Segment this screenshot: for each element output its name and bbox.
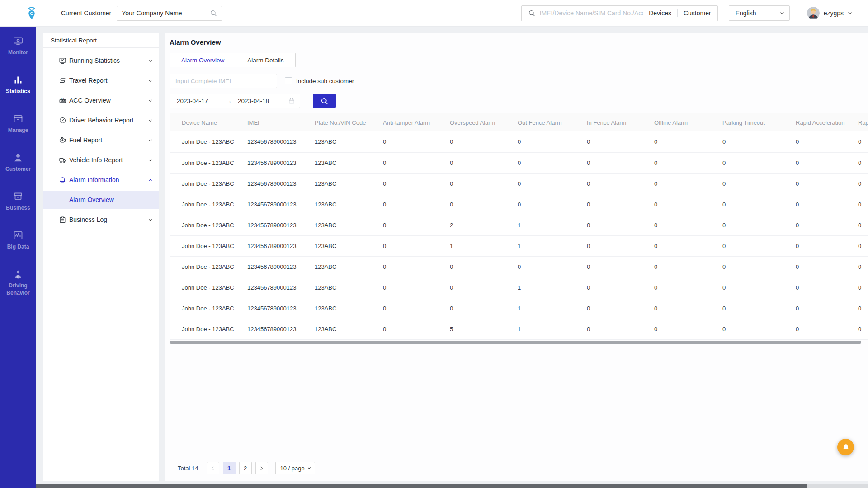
menu-item-label: Vehicle Info Report xyxy=(69,156,148,164)
table-cell: 0 xyxy=(587,277,654,298)
sidebar-item-business[interactable]: Business xyxy=(0,191,36,221)
menu-item-alarm-information[interactable]: Alarm Information xyxy=(43,170,159,190)
table-cell: 123ABC xyxy=(315,152,383,173)
menu-item-fuel-report[interactable]: Fuel Report xyxy=(43,130,159,150)
include-sub-customer-checkbox[interactable] xyxy=(285,77,292,84)
tab-alarm-overview[interactable]: Alarm Overview xyxy=(170,53,236,67)
manage-icon xyxy=(13,113,24,124)
menu-item-acc-overview[interactable]: ACCACC Overview xyxy=(43,90,159,110)
monitor-icon xyxy=(13,36,24,47)
table-cell: 0 xyxy=(518,173,587,194)
date-to-value[interactable]: 2023-04-18 xyxy=(238,98,281,104)
page-size-select[interactable]: 10 / page xyxy=(275,462,315,474)
table-cell: 0 xyxy=(450,277,518,298)
table-cell: 0 xyxy=(383,319,450,339)
page-button-1[interactable]: 1 xyxy=(223,462,236,474)
statistics-icon xyxy=(13,75,24,85)
table-cell: 0 xyxy=(518,131,587,152)
fuel-report-icon xyxy=(59,136,66,144)
sidebar-item-label: Customer xyxy=(4,165,33,173)
chevron-down-icon[interactable] xyxy=(148,158,153,163)
chevron-down-icon[interactable] xyxy=(148,118,153,123)
big-data-icon xyxy=(13,230,24,241)
search-button[interactable] xyxy=(313,94,336,108)
customer-link[interactable]: Customer xyxy=(678,9,711,17)
table-cell: 2 xyxy=(450,215,518,235)
table-cell: 0 xyxy=(722,277,796,298)
global-search-box: Devices Customer xyxy=(521,5,718,21)
sidebar-item-label: Statistics xyxy=(4,88,32,95)
chevron-up-icon[interactable] xyxy=(148,178,153,183)
sidebar-item-statistics[interactable]: Statistics xyxy=(0,75,36,104)
chevron-down-icon[interactable] xyxy=(847,10,853,16)
table-body: John Doe - 123ABC123456789000123123ABC00… xyxy=(170,131,868,339)
menu-item-running-statistics[interactable]: Running Statistics xyxy=(43,51,159,70)
date-range-picker[interactable]: 2023-04-17 → 2023-04-18 xyxy=(170,94,300,108)
chevron-down-icon[interactable] xyxy=(148,217,153,222)
search-icon[interactable] xyxy=(210,9,217,17)
table-cell: 1 xyxy=(518,235,587,256)
menu-item-business-log[interactable]: Business Log xyxy=(43,210,159,230)
page-horizontal-scrollbar-track[interactable] xyxy=(36,484,868,488)
table-cell: 0 xyxy=(722,319,796,339)
notification-fab-button[interactable] xyxy=(837,439,854,455)
chevron-down-icon[interactable] xyxy=(148,98,153,103)
chevron-right-icon xyxy=(259,466,264,471)
sidebar-item-manage[interactable]: Manage xyxy=(0,113,36,143)
table-cell: 0 xyxy=(722,256,796,277)
customer-icon xyxy=(13,152,24,163)
calendar-icon[interactable] xyxy=(288,97,295,104)
business-icon xyxy=(13,191,24,202)
table-cell: 1 xyxy=(518,215,587,235)
global-search-input[interactable] xyxy=(540,9,643,17)
submenu-item-alarm-overview[interactable]: Alarm Overview xyxy=(43,191,159,209)
date-from-value[interactable]: 2023-04-17 xyxy=(177,98,220,104)
page-button-2[interactable]: 2 xyxy=(239,462,252,474)
table-cell: 0 xyxy=(383,173,450,194)
imei-input[interactable] xyxy=(170,74,277,88)
menu-item-travel-report[interactable]: Travel Report xyxy=(43,70,159,90)
table-cell: 123ABC xyxy=(315,277,383,298)
devices-link[interactable]: Devices xyxy=(643,9,677,17)
table-cell: 0 xyxy=(450,194,518,215)
bell-icon xyxy=(842,443,850,451)
table-cell: 123456789000123 xyxy=(247,277,315,298)
sidebar-item-driving-behavior[interactable]: Driving Behavior xyxy=(0,269,36,299)
app-logo-icon: G xyxy=(25,5,38,21)
search-icon xyxy=(528,9,535,17)
primary-sidebar: MonitorStatisticsManageCustomerBusinessB… xyxy=(0,27,36,488)
company-name-input[interactable] xyxy=(122,9,210,17)
table-cell: 0 xyxy=(796,215,858,235)
include-sub-customer-option[interactable]: Include sub customer xyxy=(285,77,354,84)
sidebar-item-label: Business xyxy=(4,204,32,211)
chevron-down-icon[interactable] xyxy=(148,138,153,143)
sidebar-item-label: Monitor xyxy=(6,49,30,56)
table-horizontal-scrollbar[interactable] xyxy=(170,341,861,344)
sidebar-item-monitor[interactable]: Monitor xyxy=(0,36,36,66)
prev-page-button[interactable] xyxy=(207,462,219,474)
tab-alarm-details[interactable]: Alarm Details xyxy=(236,53,295,67)
table-cell: John Doe - 123ABC xyxy=(170,131,247,152)
table-cell: 0 xyxy=(796,256,858,277)
chevron-down-icon[interactable] xyxy=(148,78,153,83)
sidebar-item-customer[interactable]: Customer xyxy=(0,152,36,182)
page-size-value: 10 / page xyxy=(280,465,305,472)
table-cell: 5 xyxy=(450,319,518,339)
table-cell: 123456789000123 xyxy=(247,256,315,277)
column-header: Out Fence Alarm xyxy=(518,113,587,131)
table-cell: 0 xyxy=(796,235,858,256)
svg-text:G: G xyxy=(30,11,33,16)
menu-item-driver-behavior-report[interactable]: Driver Behavior Report xyxy=(43,110,159,130)
column-header: Device Name xyxy=(170,113,247,131)
chevron-down-icon[interactable] xyxy=(148,58,153,63)
sidebar-item-big-data[interactable]: Big Data xyxy=(0,230,36,260)
filter-row-imei: Include sub customer xyxy=(170,74,868,88)
menu-item-vehicle-info-report[interactable]: Vehicle Info Report xyxy=(43,150,159,170)
username[interactable]: ezygps xyxy=(824,9,844,17)
next-page-button[interactable] xyxy=(255,462,268,474)
user-avatar[interactable] xyxy=(807,7,820,19)
page-horizontal-scrollbar-thumb[interactable] xyxy=(36,484,807,488)
table-cell: 0 xyxy=(587,235,654,256)
table-row: John Doe - 123ABC123456789000123123ABC02… xyxy=(170,215,868,235)
language-select[interactable]: English xyxy=(729,5,790,21)
